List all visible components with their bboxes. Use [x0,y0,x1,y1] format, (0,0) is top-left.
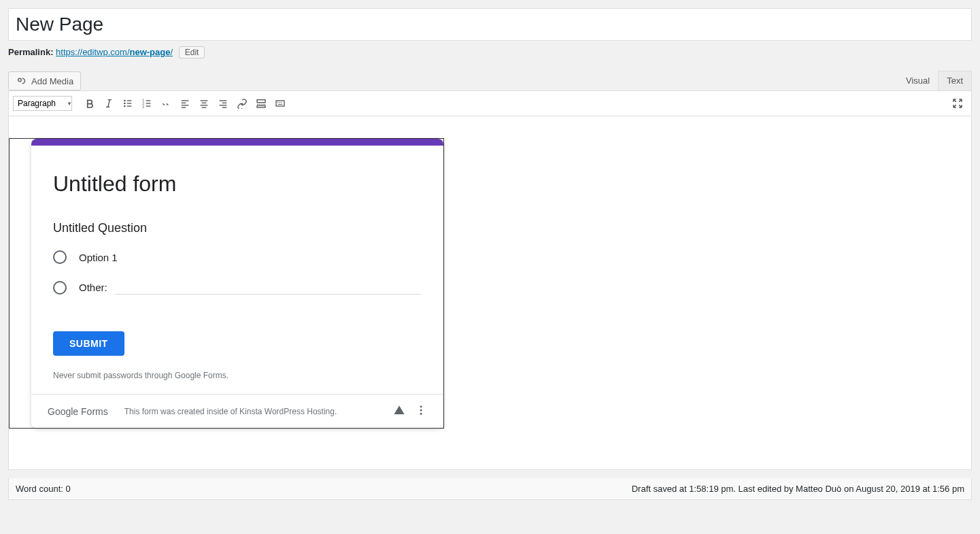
svg-point-0 [18,78,22,82]
title-container [8,8,972,41]
fullscreen-icon [951,97,964,110]
more-vertical-icon [415,404,427,416]
align-center-button[interactable] [195,94,214,113]
form-option-other[interactable]: Other: [53,280,422,295]
logo-google: Google [48,406,78,417]
permalink-base: https://editwp.com/ [56,47,129,57]
align-center-icon [199,98,209,109]
svg-rect-28 [257,100,265,103]
blockquote-button[interactable] [156,94,175,113]
bullet-list-icon [122,98,133,109]
add-media-button[interactable]: Add Media [8,71,81,90]
svg-point-5 [124,103,126,105]
svg-point-36 [420,405,422,407]
tab-text[interactable]: Text [938,71,972,90]
warning-icon [393,404,405,416]
form-warning: Never submit passwords through Google Fo… [53,371,422,380]
permalink-row: Permalink: https://editwp.com/new-page/ … [8,46,972,59]
numbered-list-icon: 123 [141,98,152,109]
align-right-icon [218,98,229,109]
option-label: Other: [79,282,107,293]
format-select[interactable]: Paragraph [13,96,72,111]
numbered-list-button[interactable]: 123 [137,94,156,113]
italic-icon [103,98,114,109]
media-icon [16,75,28,87]
permalink-label: Permalink: [8,47,53,57]
google-forms-logo[interactable]: Google Forms [48,406,108,417]
submit-button[interactable]: SUBMIT [53,331,124,356]
svg-line-3 [108,100,110,107]
align-left-button[interactable] [175,94,195,113]
svg-point-4 [124,100,126,102]
toolbar-toggle-button[interactable] [271,94,290,113]
align-left-icon [180,98,190,109]
editor-wrap: Paragraph 123 Untitled form [8,90,972,470]
permalink-slug: new-page [130,47,171,57]
radio-icon [53,281,67,295]
word-count: Word count: 0 [16,484,71,494]
form-title: Untitled form [53,171,422,197]
tab-visual[interactable]: Visual [897,71,939,90]
link-icon [237,98,248,109]
report-abuse-button[interactable] [393,404,405,418]
bold-button[interactable] [80,94,99,113]
form-embed-container: Untitled form Untitled Question Option 1… [9,138,444,429]
read-more-button[interactable] [252,94,271,113]
toolbar: Paragraph 123 [9,91,971,116]
edit-permalink-button[interactable]: Edit [179,46,205,59]
form-accent-bar [31,139,443,146]
svg-point-38 [420,413,422,415]
option-label: Option 1 [79,252,118,263]
svg-point-37 [420,410,422,412]
svg-point-6 [124,105,126,107]
svg-rect-31 [276,101,284,106]
last-edited: Draft saved at 1:58:19 pm. Last edited b… [632,484,964,494]
link-button[interactable] [233,94,252,113]
other-input[interactable] [114,280,422,295]
fullscreen-button[interactable] [948,94,967,113]
keyboard-icon [275,98,286,109]
logo-forms: Forms [78,406,108,417]
svg-text:3: 3 [142,105,144,109]
italic-button[interactable] [99,94,118,113]
quote-icon [160,98,171,109]
svg-rect-30 [257,105,265,107]
bold-icon [84,98,95,109]
google-form-card: Untitled form Untitled Question Option 1… [31,139,443,428]
status-bar: Word count: 0 Draft saved at 1:58:19 pm.… [8,478,972,500]
bullet-list-button[interactable] [118,94,137,113]
add-media-label: Add Media [31,76,73,86]
editor-tabs: Visual Text [898,71,972,90]
radio-icon [53,250,67,264]
more-menu-button[interactable] [415,404,427,418]
align-right-button[interactable] [214,94,233,113]
form-option-1[interactable]: Option 1 [53,250,422,264]
form-footer-note: This form was created inside of Kinsta W… [124,407,384,416]
title-input[interactable] [14,11,966,38]
editor-body[interactable]: Untitled form Untitled Question Option 1… [9,116,971,469]
form-question: Untitled Question [53,221,422,235]
format-select-wrap: Paragraph [13,96,76,111]
form-footer: Google Forms This form was created insid… [31,394,443,428]
permalink-suffix: / [170,47,173,57]
permalink-link[interactable]: https://editwp.com/new-page/ [56,47,173,57]
read-more-icon [256,98,267,109]
